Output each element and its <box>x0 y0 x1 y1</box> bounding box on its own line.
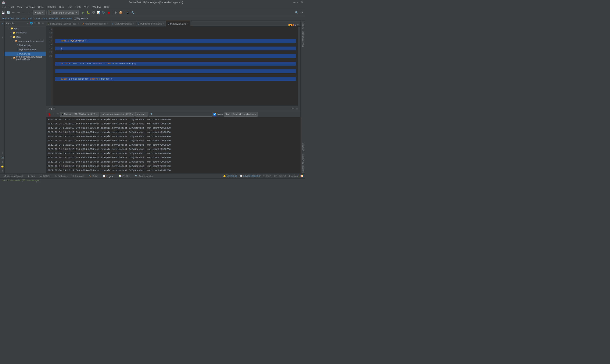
panel-close-btn[interactable]: ─ <box>41 22 44 25</box>
window-controls[interactable]: ─ □ ✕ <box>293 1 303 4</box>
apk-button[interactable]: 📦 <box>118 10 123 15</box>
undo-button[interactable]: ↩ <box>11 10 16 15</box>
menu-code[interactable]: Code <box>36 5 45 9</box>
bottom-tab-problems[interactable]: ⚠ Problems <box>53 174 69 178</box>
bottom-tab-profiler[interactable]: 📊 Profiler <box>117 174 132 178</box>
menu-tools[interactable]: Tools <box>74 5 83 9</box>
breadcrumb-main[interactable]: main <box>28 17 33 20</box>
structure-icon[interactable]: S <box>0 150 4 155</box>
warning-nav-up[interactable]: ▲ <box>294 24 297 26</box>
tab-close-mainactivity[interactable]: × <box>133 23 134 25</box>
logcat-minimize-btn[interactable]: ─ <box>295 107 299 110</box>
run-config-dropdown[interactable]: ▶app▼ <box>33 10 45 15</box>
device-dropdown[interactable]: 📱samsung SM-G9550▼ <box>48 10 79 15</box>
menu-vcs[interactable]: VCS <box>83 5 91 9</box>
regex-checkbox-label[interactable]: Regex <box>213 113 223 116</box>
tree-item-java[interactable]: ▾ 📁 java <box>5 35 46 39</box>
maximize-button[interactable]: □ <box>297 1 299 4</box>
show-selected-dropdown[interactable]: Show only selected application ▼ <box>224 112 258 117</box>
camera-icon[interactable]: 📷 <box>0 155 4 159</box>
sdk-button[interactable]: 🔧 <box>131 10 135 15</box>
build-variants-icon[interactable]: B <box>0 160 4 164</box>
search-everywhere-button[interactable]: 🔍 <box>294 10 299 15</box>
breadcrumb-example[interactable]: example <box>49 17 58 20</box>
tab-close-myintentservice[interactable]: × <box>163 23 164 25</box>
menu-view[interactable]: View <box>15 5 24 9</box>
event-log-link[interactable]: 🔔 Event Log <box>223 175 237 177</box>
tree-item-myservice[interactable]: ▸ C MyService <box>5 52 46 56</box>
breadcrumb-servicetest2[interactable]: servicetest <box>61 17 72 20</box>
panel-layout-btn[interactable]: ☰ <box>33 22 37 25</box>
run-button[interactable]: ▶ <box>81 10 86 15</box>
breadcrumb-com[interactable]: com <box>42 17 47 20</box>
tab-mainactivity[interactable]: C MainActivity.java × <box>110 21 136 26</box>
tab-close-myservice[interactable]: × <box>187 23 189 25</box>
help-icon[interactable]: ? <box>0 169 4 173</box>
code-editor[interactable]: public MyService() { } private DownloadB… <box>53 27 298 106</box>
menu-window[interactable]: Window <box>91 5 103 9</box>
breadcrumb-java[interactable]: java <box>36 17 40 20</box>
debug-button[interactable]: 🐛 <box>86 10 91 15</box>
bottom-tab-logcat[interactable]: 📋 Logcat <box>101 174 115 178</box>
logcat-level-dropdown[interactable]: Verbose ▼ <box>135 112 148 117</box>
panel-settings-btn[interactable]: ⚙ <box>37 22 41 25</box>
favorites-icon[interactable]: ⭐ <box>0 164 4 169</box>
logcat-scroll-up-btn[interactable]: ↑ <box>52 113 54 116</box>
breadcrumb-src[interactable]: src <box>23 17 26 20</box>
bottom-tab-app-inspection[interactable]: 🔍 App Inspection <box>133 174 156 178</box>
menu-refactor[interactable]: Refactor <box>45 5 58 9</box>
emulator-panel-btn[interactable]: Emulator <box>301 142 304 152</box>
settings-button[interactable]: ⚙ <box>299 10 304 15</box>
tree-item-myintentservice[interactable]: ▸ C MyIntentService <box>5 47 46 52</box>
menu-build[interactable]: Build <box>58 5 66 9</box>
breadcrumb-servicetest[interactable]: ServiceTest <box>2 17 14 20</box>
android-dropdown[interactable]: ▼ <box>27 22 29 24</box>
coverage-button[interactable]: 🛡 <box>91 10 96 15</box>
tab-myservice[interactable]: C MyService.java × <box>166 21 190 26</box>
bottom-tab-todo[interactable]: ☰ TODO <box>38 174 51 178</box>
menu-edit[interactable]: Edit <box>8 5 15 9</box>
bottom-tab-run[interactable]: ▶ Run <box>26 174 36 178</box>
panel-globe-btn[interactable]: 🌐 <box>30 22 33 25</box>
tab-myintentservice[interactable]: C MyIntentService.java × <box>136 21 166 26</box>
tree-item-app[interactable]: ▾ 📁 app <box>5 26 46 30</box>
menu-file[interactable]: File <box>1 5 8 9</box>
regex-checkbox[interactable] <box>213 113 216 116</box>
bottom-tab-version-control[interactable]: ⎇ Version Control <box>2 174 25 178</box>
tab-close-androidmanifest[interactable]: × <box>107 23 108 25</box>
bottom-tab-build[interactable]: 🔨 Build <box>87 174 99 178</box>
logcat-settings-btn[interactable]: ⚙ <box>291 107 294 110</box>
minimize-button[interactable]: ─ <box>293 1 296 4</box>
breadcrumb-app[interactable]: app <box>16 17 20 20</box>
logcat-clear-btn[interactable]: 🗑 <box>47 113 52 116</box>
logcat-scroll-down-btn[interactable]: ↓ <box>54 113 56 116</box>
bottom-tab-terminal[interactable]: $ Terminal <box>71 174 85 178</box>
tab-close-build-gradle[interactable]: × <box>78 23 79 25</box>
sync-button[interactable]: 🔄 <box>6 10 11 15</box>
attach-button[interactable]: 📎 <box>101 10 106 15</box>
back-button[interactable]: ← <box>21 10 26 15</box>
menu-help[interactable]: Help <box>103 5 111 9</box>
gradle-panel-btn[interactable]: Gradle <box>301 22 304 30</box>
close-button[interactable]: ✕ <box>301 1 303 4</box>
resource-manager-icon[interactable]: R <box>0 35 4 39</box>
warning-nav-down[interactable]: ▼ <box>297 24 299 26</box>
tree-item-mainactivity[interactable]: ▸ C MainActivity <box>5 43 46 47</box>
logcat-package-dropdown[interactable]: com.example.servicetest (6303) ▼ <box>100 112 135 117</box>
profile-button[interactable]: 📊 <box>96 10 101 15</box>
tree-item-package-main[interactable]: ▾ 📦 com.example.servicetest <box>5 39 46 43</box>
device-file-explorer-panel-btn[interactable]: Device File Explorer <box>301 153 304 173</box>
project-icon[interactable]: P <box>0 22 4 26</box>
breadcrumb-myservice[interactable]: 🇨 MyService <box>74 17 88 20</box>
logcat-filter-btn[interactable]: ☰ <box>56 113 59 116</box>
save-button[interactable]: 💾 <box>1 10 5 15</box>
sync-gradle-button[interactable]: ⚙ <box>113 10 118 15</box>
tab-build-gradle[interactable]: G build.gradle (ServiceTest) × <box>46 21 81 26</box>
tree-item-manifests[interactable]: ▸ 📁 manifests <box>5 30 46 35</box>
avd-button[interactable]: 📱 <box>125 10 130 15</box>
menu-navigate[interactable]: Navigate <box>24 5 36 9</box>
logcat-device-dropdown[interactable]: 📱 Samsung SM-G9550 Android 7.1 ▼ <box>60 112 99 117</box>
tree-item-package-test[interactable]: ▸ 📦 com.example.servicetest (androidTest… <box>5 56 46 60</box>
stop-button[interactable]: ⏹ <box>106 10 111 15</box>
forward-button[interactable]: → <box>26 10 31 15</box>
